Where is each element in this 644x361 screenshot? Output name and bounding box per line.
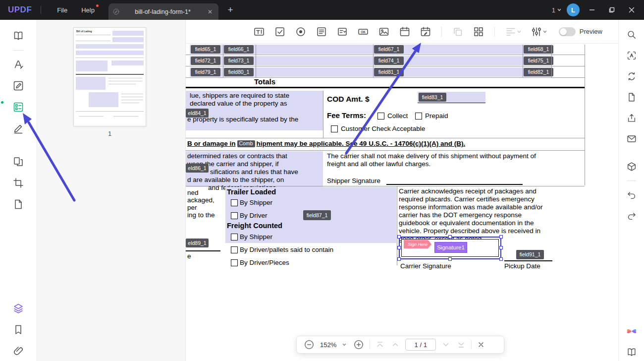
combobox-field-icon[interactable] [334,24,350,40]
resize-handle[interactable] [448,257,452,261]
new-tab-button[interactable]: + [224,4,236,16]
user-avatar[interactable]: L [567,3,580,16]
trailer-by-shipper-checkbox[interactable] [231,199,238,206]
collect-checkbox[interactable] [377,113,384,120]
checkbox-field-icon[interactable] [272,24,288,40]
field-tag[interactable]: Comb [237,140,255,147]
resize-handle[interactable] [499,257,503,261]
close-floatbar-icon[interactable] [476,340,486,350]
freight-by-driver-pieces-checkbox[interactable] [231,259,238,266]
reader-mode-icon[interactable] [624,344,640,360]
minimize-button[interactable] [585,2,599,17]
ocr-icon[interactable] [624,48,640,63]
freight-by-driver-pallets-checkbox[interactable] [231,246,238,253]
radio-field-icon[interactable] [293,24,309,40]
trailer-by-driver-checkbox[interactable] [231,212,238,219]
menu-file[interactable]: File [50,0,74,20]
tab-close-icon[interactable]: ✕ [206,7,215,16]
page-thumbnail[interactable]: Bill of Lading [73,27,146,126]
crop-icon[interactable] [9,174,27,192]
close-button[interactable] [624,2,639,17]
field-tag[interactable]: field80_1 [224,68,254,76]
button-field-icon[interactable]: OK [355,24,371,40]
mail-icon[interactable] [624,131,640,147]
signature-field-icon[interactable] [418,24,433,40]
signature-field-label[interactable]: Signature1 [434,242,467,253]
document-canvas[interactable]: field65_1 field66_1 field67_1 field68_1 … [186,44,618,361]
field-tag[interactable]: field66_1 [224,45,254,54]
listbox-field-icon[interactable] [314,24,329,40]
align-fields-icon[interactable] [503,24,524,40]
field-tag[interactable]: eld86_1 [186,164,209,173]
zoom-in-button[interactable] [352,338,365,351]
form-icon[interactable] [9,98,27,116]
field-tag[interactable]: eld84_1 [186,109,209,118]
field-tag[interactable]: field72_1 [191,57,220,65]
resize-handle[interactable] [397,257,401,261]
document-tab[interactable]: bill-of-lading-form-1* ✕ [108,3,218,20]
last-page-button[interactable] [456,339,467,350]
attachment-icon[interactable] [9,342,27,360]
package-icon[interactable] [624,159,640,175]
zoom-dropdown-icon[interactable] [341,341,348,348]
thumbnail-content [76,51,144,55]
comment-icon[interactable] [9,56,27,73]
zoom-level: 152% [320,341,336,349]
field-tag[interactable]: field73_1 [224,57,254,65]
field-tag[interactable]: field67_1 [374,45,404,54]
preview-toggle[interactable] [559,27,576,36]
page-tools-icon[interactable] [624,89,640,105]
resize-handle[interactable] [499,246,503,249]
search-icon[interactable] [624,27,640,43]
sign-here-tag[interactable]: Sign Here [404,240,431,248]
fill-sign-icon[interactable] [9,120,27,137]
organize-pages-icon[interactable] [9,153,27,171]
tab-list-dropdown[interactable]: 1 [552,6,562,14]
export-icon[interactable] [624,110,640,126]
zoom-out-button[interactable] [303,338,316,351]
resize-handle[interactable] [397,235,401,239]
convert-icon[interactable] [624,68,640,84]
updf-logo[interactable]: UPDF [8,5,32,15]
freight-by-shipper-checkbox[interactable] [231,234,238,241]
field-tag[interactable]: field75_1 [524,57,553,65]
table-line [186,66,585,66]
page-indicator[interactable]: 1 / 1 [405,339,436,351]
field-tag[interactable]: field81_1 [374,68,404,76]
text-field-icon[interactable] [251,24,267,40]
image-field-icon[interactable] [376,24,392,40]
field-tag[interactable]: field87_1 [303,210,331,220]
undo-icon[interactable] [624,187,640,203]
field-tag[interactable]: field83_1 [419,93,446,102]
arrange-fields-icon[interactable] [471,24,486,40]
customer-check-checkbox[interactable] [331,125,338,132]
field-tag[interactable]: field68_1 [524,45,553,54]
field-tag[interactable]: field74_1 [374,57,404,65]
redo-icon[interactable] [624,208,640,224]
field-tag[interactable]: eld89_1 [186,239,209,247]
resize-handle[interactable] [397,246,401,249]
field-properties-icon[interactable] [529,24,549,40]
field-tag[interactable]: field65_1 [191,45,220,54]
preview-label: Preview [580,28,602,35]
date-field-icon[interactable] [397,24,413,40]
extract-icon[interactable] [9,195,27,213]
updf-ai-icon[interactable] [624,323,640,339]
edit-icon[interactable] [9,77,27,95]
maximize-button[interactable] [604,2,619,17]
next-page-button[interactable] [440,339,451,350]
left-sidebar [0,20,37,361]
layers-icon[interactable] [9,300,27,317]
field-tag[interactable]: field82_1 [524,68,553,76]
field-tag[interactable]: field79_1 [191,68,220,76]
resize-handle[interactable] [499,235,503,239]
previous-page-button[interactable] [390,339,401,350]
reader-icon[interactable] [9,27,27,45]
menu-help[interactable]: Help [74,0,102,20]
copy-icon[interactable] [450,24,466,40]
bookmark-icon[interactable] [9,321,27,339]
prepaid-checkbox[interactable] [415,113,422,120]
field-tag[interactable]: field91_1 [516,250,544,259]
resize-handle[interactable] [448,235,452,239]
first-page-button[interactable] [375,339,385,350]
